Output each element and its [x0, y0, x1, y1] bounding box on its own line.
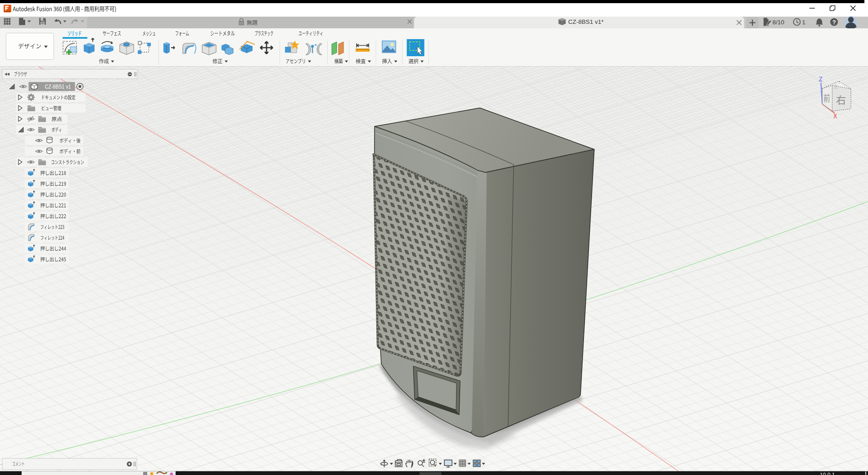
- svg-text:8/10: 8/10: [773, 19, 784, 26]
- svg-text:?: ?: [832, 19, 836, 26]
- svg-text:CZ-8BS1 v1: CZ-8BS1 v1: [45, 84, 71, 90]
- svg-text:1: 1: [802, 19, 806, 26]
- svg-text:CZ-8BS1 v1*: CZ-8BS1 v1*: [568, 18, 604, 25]
- svg-text:10.0 1: 10.0 1: [820, 472, 835, 475]
